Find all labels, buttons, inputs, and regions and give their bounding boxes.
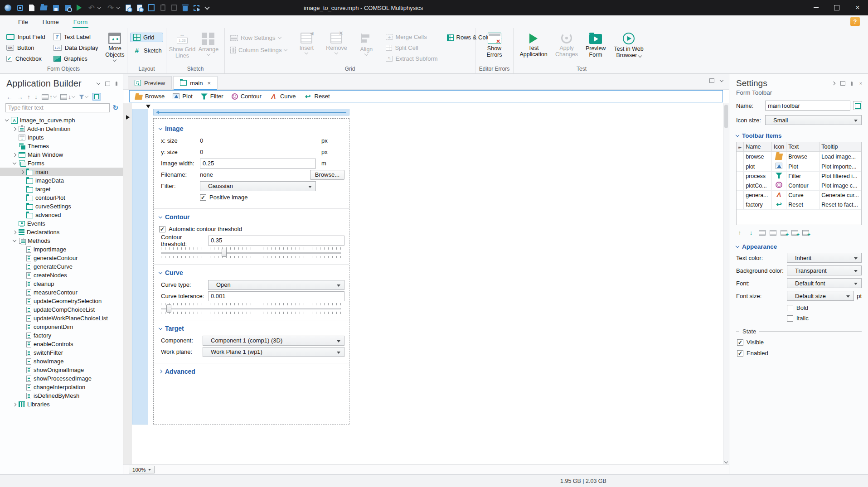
section-curve[interactable]: Curve <box>159 269 344 276</box>
curve-button[interactable]: Curve <box>270 93 296 100</box>
tree-item-switchFilter[interactable]: switchFilter <box>0 348 123 357</box>
tree-item-Declarations[interactable]: Declarations <box>0 228 123 236</box>
close-button[interactable]: × <box>847 0 868 15</box>
auto-threshold-checkbox[interactable]: Automatic contour threshold <box>159 226 242 232</box>
tree-item-measureContour[interactable]: measureContour <box>0 288 123 297</box>
chevron-down-icon[interactable] <box>96 81 101 87</box>
collapse-all-button[interactable]: ↓ <box>60 93 75 101</box>
tree-item-image_to_curve.mph[interactable]: image_to_curve.mph <box>0 116 123 125</box>
plot-button[interactable]: Plot <box>173 93 192 100</box>
toolbar-items-table[interactable]: ▸▸NameIconTextTooltipbrowseBrowseLoad im… <box>736 142 862 225</box>
show-grid-lines-button[interactable]: Show Grid Lines <box>169 31 195 61</box>
chevron-left-icon[interactable] <box>831 81 836 86</box>
tree-item-changeInterpolation[interactable]: changeInterpolation <box>0 383 123 391</box>
run-icon[interactable] <box>77 5 82 11</box>
filter-combo[interactable]: Gaussian <box>200 181 316 191</box>
data-display-button[interactable]: Data Display <box>52 43 100 53</box>
selected-row-band[interactable] <box>153 109 349 116</box>
italic-checkbox[interactable]: Italic <box>787 315 862 322</box>
tree-item-Events[interactable]: Events <box>0 219 123 228</box>
scrollbar-thumb[interactable] <box>724 105 728 128</box>
tree-item-showOriginalImage[interactable]: showOriginalImage <box>0 366 123 374</box>
tab-preview[interactable]: Preview <box>128 76 172 89</box>
close-icon[interactable]: × <box>858 81 863 86</box>
expander-icon[interactable] <box>12 163 16 164</box>
test-web-browser-button[interactable]: Test in Web Browser <box>611 31 647 61</box>
browse-file-button[interactable]: Browse... <box>310 170 344 180</box>
name-input[interactable] <box>765 101 850 111</box>
tree-item-Methods[interactable]: Methods <box>0 236 123 245</box>
help-button[interactable]: ? <box>850 17 860 26</box>
table-row[interactable]: browseBrowseLoad image... <box>737 151 861 162</box>
show-in-model-builder-button[interactable] <box>92 93 101 101</box>
contour-button[interactable]: Contour <box>232 93 262 100</box>
float-icon[interactable] <box>840 81 845 86</box>
show-errors-button[interactable]: Show Errors <box>480 31 509 60</box>
tree-item-cleanup[interactable]: cleanup <box>0 280 123 288</box>
reset-button[interactable]: Reset <box>304 93 330 100</box>
split-cell-button[interactable]: Split Cell <box>383 43 440 52</box>
tree-item-componentDim[interactable]: componentDim <box>0 323 123 331</box>
expander-icon[interactable] <box>12 128 16 130</box>
tree-item-Inputs[interactable]: Inputs <box>0 133 123 142</box>
more-objects-button[interactable]: More Objects <box>102 31 128 63</box>
list-icon[interactable] <box>759 230 766 236</box>
image-width-input[interactable]: 0.25 <box>200 159 316 169</box>
tree-item-isDefinedByMesh[interactable]: isDefinedByMesh <box>0 391 123 400</box>
menu-tab-file[interactable]: File <box>11 17 35 28</box>
background-color-combo[interactable]: Transparent <box>787 265 862 275</box>
tree-item-curveSettings[interactable]: curveSettings <box>0 202 123 211</box>
table-row[interactable]: plotPlotPlot importe... <box>737 162 861 171</box>
component-combo[interactable]: Component 1 (comp1) (3D) <box>203 336 344 346</box>
preview-form-button[interactable]: Preview Form <box>582 31 609 60</box>
tree-item-imageData[interactable]: imageData <box>0 176 123 185</box>
float-icon[interactable] <box>709 78 714 83</box>
expander-icon[interactable] <box>12 231 16 234</box>
section-contour[interactable]: Contour <box>159 213 344 221</box>
table-row[interactable]: factoryResetReset to fact... <box>737 200 861 209</box>
tree-item-showProcessedImage[interactable]: showProcessedImage <box>0 374 123 383</box>
redo-icon[interactable] <box>107 4 115 12</box>
expander-icon[interactable] <box>20 171 24 174</box>
collapse-icon[interactable] <box>719 78 724 83</box>
menu-tab-home[interactable]: Home <box>35 17 66 28</box>
customize-toolbar-icon[interactable] <box>205 6 209 10</box>
move-up-button[interactable]: ↑ <box>27 93 30 101</box>
save-search-icon[interactable] <box>65 5 71 11</box>
font-size-combo[interactable]: Default size <box>787 291 854 301</box>
vertical-scrollbar[interactable] <box>723 103 729 464</box>
curve-type-combo[interactable]: Open <box>208 280 344 290</box>
input-field-button[interactable]: Input Field <box>5 32 47 42</box>
curve-slider[interactable] <box>161 303 341 314</box>
add-separator-icon[interactable] <box>791 230 798 236</box>
expander-icon[interactable] <box>12 403 16 406</box>
tree-item-generateContour[interactable]: generateContour <box>0 254 123 262</box>
expand-all-button[interactable]: ↑ <box>42 93 56 101</box>
section-target[interactable]: Target <box>159 325 344 332</box>
zoom-control[interactable]: 100% <box>129 466 155 473</box>
selected-column-band[interactable] <box>132 109 148 424</box>
tree-item-contourPlot[interactable]: contourPlot <box>0 193 123 202</box>
toolbar-items-header[interactable]: Toolbar Items <box>736 132 868 139</box>
enabled-checkbox[interactable]: Enabled <box>737 350 862 357</box>
sketch-mode-button[interactable]: Sketch <box>130 46 163 55</box>
section-advanced[interactable]: Advanced <box>159 368 344 375</box>
apply-changes-button[interactable]: Apply Changes <box>553 31 581 60</box>
copy-icon[interactable] <box>150 6 155 11</box>
column-settings-button[interactable]: Column Settings <box>228 46 290 54</box>
float-icon[interactable] <box>105 81 110 87</box>
text-color-combo[interactable]: Inherit <box>787 253 862 263</box>
tree-item-target[interactable]: target <box>0 185 123 193</box>
section-image[interactable]: Image <box>159 125 344 132</box>
table-row[interactable]: processFilterPlot filtered i... <box>737 171 861 181</box>
row-settings-button[interactable]: Row Settings <box>228 34 290 42</box>
browse-button[interactable]: Browse <box>135 93 165 100</box>
add-item-icon[interactable] <box>781 230 787 236</box>
form-canvas[interactable]: Image x: size0px y: size0px Image width:… <box>123 103 729 464</box>
edit-icon[interactable] <box>770 230 776 236</box>
new-file-icon[interactable] <box>29 5 34 11</box>
open-file-icon[interactable] <box>40 5 48 10</box>
text-label-button[interactable]: Text Label <box>52 32 100 42</box>
minimize-button[interactable] <box>805 0 826 15</box>
contour-threshold-input[interactable]: 0.35 <box>208 236 344 246</box>
